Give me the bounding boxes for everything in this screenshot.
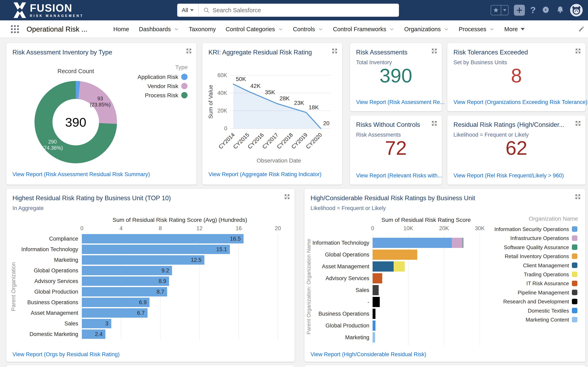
svg-text:Advisory Services: Advisory Services [34,278,78,284]
line-chart: 020K40K60K50K42K35K28K23K18K20CY2014CY20… [202,43,343,186]
nav-item-home[interactable]: Home [113,26,129,33]
nav-tabs: HomeDashboardsTaxonomyControl Categories… [113,20,525,38]
expand-icon[interactable] [431,48,437,55]
metric-value: 62 [447,138,586,158]
svg-text:Research and Development: Research and Development [503,299,569,305]
nav-item-control-categories[interactable]: Control Categories [226,26,283,33]
svg-text:Infrastructure Operations: Infrastructure Operations [510,235,569,241]
setup-gear-icon[interactable] [541,5,550,15]
caret-down-icon [521,28,525,30]
svg-text:20: 20 [275,225,281,231]
svg-text:Marketing Content: Marketing Content [526,317,569,323]
view-report-link[interactable]: View Report (High/Considerable Residual … [311,351,426,358]
svg-text:Type: Type [175,64,188,70]
brand-tagline: RISK MANAGEMENT [30,14,84,18]
svg-text:35K: 35K [265,89,275,95]
svg-text:Parent Organization: Parent Organization [10,262,17,311]
svg-text:Vendor Risk: Vendor Risk [147,83,178,89]
card-subtitle: Set by Business Units [453,59,507,66]
app-launcher-icon[interactable] [11,25,19,34]
svg-text:Retail Inventory Operations: Retail Inventory Operations [505,253,569,259]
card-kri-aggregate-residual-risk: KRI: Aggregate Residual Risk Rating 020K… [202,43,342,185]
global-search[interactable]: All Search Salesforce [177,4,399,17]
svg-text:Global Operations: Global Operations [325,252,369,258]
svg-text:93: 93 [97,96,103,101]
svg-text:12: 12 [196,225,203,231]
svg-text:Observation Date: Observation Date [257,157,301,164]
metric-value: 8 [447,66,586,85]
card-title: Residual Risk Ratings (High/Consider... [453,121,564,128]
nav-item-label: Controls [293,26,315,33]
nav-item-organizations[interactable]: Organizations [404,26,449,33]
nav-item-more[interactable]: More [504,26,525,33]
svg-text:0: 0 [371,225,374,231]
svg-text:Asset Management: Asset Management [322,263,369,269]
search-input[interactable]: Search Salesforce [213,7,261,14]
svg-text:42K: 42K [250,83,260,89]
favorites-star-button[interactable] [491,5,501,15]
help-icon[interactable]: ? [530,5,536,15]
view-report-link[interactable]: View Report (Relevant Risks with... [356,173,442,179]
view-report-link[interactable]: View Report (Orgs by Residual Risk Ratin… [12,351,120,358]
view-report-link[interactable]: View Report (Rel Risk Frequent/Likely > … [453,173,564,179]
user-avatar[interactable] [570,4,583,17]
expand-icon[interactable] [431,120,437,127]
chevron-down-icon [489,26,494,32]
expand-icon[interactable] [575,120,581,127]
expand-icon[interactable] [575,48,581,55]
svg-text:Trading Operations: Trading Operations [524,271,569,277]
notifications-bell-icon[interactable] [556,5,565,15]
svg-text:Information Technology: Information Technology [312,240,369,246]
svg-text:Global Production: Global Production [325,323,369,329]
nav-item-taxonomy[interactable]: Taxonomy [189,26,216,33]
app-name: Operational Risk ... [26,20,87,38]
favorites-dropdown-button[interactable] [501,5,509,15]
quick-create-button[interactable] [514,5,525,16]
edit-pencil-icon[interactable] [578,26,585,33]
nav-item-label: Taxonomy [189,26,216,33]
search-scope-select[interactable]: All [177,4,199,17]
nav-item-label: More [504,26,518,33]
view-report-link[interactable]: View Report (Aggregate Risk Rating Indic… [208,171,321,178]
metric-value: 390 [350,66,442,85]
svg-text:(23.85%): (23.85%) [90,102,111,108]
search-scope-label: All [182,7,188,13]
svg-text:Information Technology: Information Technology [21,246,78,252]
svg-text:12.5: 12.5 [191,257,201,263]
svg-text:0: 0 [80,225,83,231]
svg-text:8: 8 [159,225,162,231]
svg-text:Parent Organization: Organizat: Parent Organization: Organization Name [306,239,312,334]
nav-item-label: Dashboards [139,26,171,33]
nav-item-dashboards[interactable]: Dashboards [139,26,179,33]
card-title: Risk Tolerances Exceeded [453,49,528,56]
nav-item-processes[interactable]: Processes [459,26,494,33]
svg-text:4: 4 [120,225,122,231]
svg-text:6.7: 6.7 [137,310,145,316]
svg-text:28K: 28K [279,95,290,101]
view-report-link[interactable]: View Report (Organizations Exceeding Ris… [453,99,587,105]
svg-text:Software Quality Assurance: Software Quality Assurance [504,244,569,250]
svg-text:CY2020: CY2020 [305,132,323,150]
nav-item-control-frameworks[interactable]: Control Frameworks [333,26,394,33]
svg-text:-: - [367,299,369,305]
chevron-down-icon [389,26,394,32]
stacked-bar-chart: Sum of Residual Risk Rating Score010K20K… [304,189,586,363]
nav-item-label: Control Categories [226,26,275,33]
card-risk-tolerances-exceeded: Risk Tolerances Exceeded Set by Business… [447,43,586,111]
svg-text:Sum of Residual Risk Rating Sc: Sum of Residual Risk Rating Score (Avg) … [112,217,247,223]
svg-text:CY2017: CY2017 [261,132,279,150]
svg-text:(74.36%): (74.36%) [42,145,63,151]
metric-value: 72 [350,138,442,158]
nav-item-controls[interactable]: Controls [293,26,323,33]
svg-text:Business Operations: Business Operations [319,311,369,317]
svg-text:Application Risk: Application Risk [138,74,178,80]
svg-text:8.9: 8.9 [159,278,166,284]
svg-text:9.2: 9.2 [162,267,169,274]
card-highest-residual-risk-top10: Highest Residual Risk Rating by Business… [6,189,295,362]
chevron-down-icon [190,9,194,11]
chevron-down-icon [318,26,323,32]
card-title: Risks Without Controls [356,121,420,128]
view-report-link[interactable]: View Report (Risk Assessment Re... [356,99,444,105]
view-report-link[interactable]: View Report (Risk Assessment Residual Ri… [12,171,150,178]
svg-text:Domestic Textiles: Domestic Textiles [528,308,569,314]
